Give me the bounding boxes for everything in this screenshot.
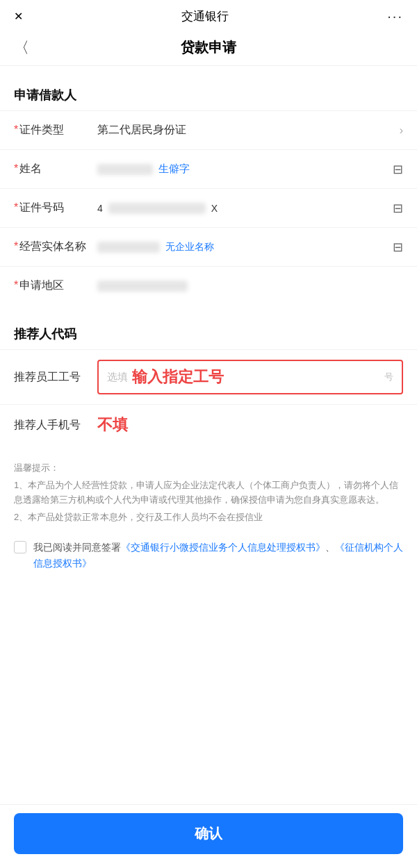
name-label: 姓名 — [14, 162, 97, 176]
rare-char-link[interactable]: 生僻字 — [158, 162, 190, 176]
id-number-label: 证件号码 — [14, 201, 97, 215]
tips-title: 温馨提示： — [14, 462, 403, 474]
tips-line-2: 2、本产品处贷款正常本息外，交行及工作人员均不会在授信业 — [14, 510, 403, 525]
employee-id-suffix: 号 — [384, 371, 393, 383]
status-bar: ✕ 交通银行 ··· — [0, 0, 417, 30]
referral-header: 推荐人代码 — [0, 313, 417, 349]
agreement-link1[interactable]: 《交通银行小微授信业务个人信息处理授权书》 — [121, 542, 325, 553]
agreement-checkbox[interactable] — [14, 541, 26, 553]
region-row[interactable]: 申请地区 ████████████████ — [0, 266, 417, 305]
tips-line-1: 1、本产品为个人经营性贷款，申请人应为企业法定代表人（个体工商户负责人），请勿将… — [14, 478, 403, 508]
id-number-blurred: ████████████████ — [108, 203, 206, 214]
biz-name-row[interactable]: 经营实体名称 ███████████ 无企业名称 ⊟ — [0, 227, 417, 266]
close-icon[interactable]: ✕ — [14, 10, 23, 23]
region-label: 申请地区 — [14, 278, 97, 293]
biz-name-blurred: ███████████ — [97, 242, 160, 253]
agreement-prefix: 我已阅读并同意签署 — [33, 542, 121, 553]
id-type-row[interactable]: 证件类型 第二代居民身份证 › — [0, 110, 417, 149]
id-number-row[interactable]: 证件号码 4 ████████████████ X ⊟ — [0, 188, 417, 227]
employee-id-row: 推荐员工工号 选填 输入指定工号 号 — [0, 349, 417, 404]
employee-id-label: 推荐员工工号 — [14, 370, 97, 385]
agreement-text: 我已阅读并同意签署《交通银行小微授信业务个人信息处理授权书》、《征信机构个人信息… — [33, 540, 403, 571]
employee-id-field[interactable]: 选填 输入指定工号 号 — [97, 360, 403, 394]
back-button[interactable]: 〈 — [14, 37, 29, 58]
scan-biz-icon[interactable]: ⊟ — [393, 240, 403, 255]
confirm-button-area: 确认 — [0, 804, 417, 868]
region-value: ████████████████ — [97, 281, 403, 292]
phone-label: 推荐人手机号 — [14, 418, 97, 433]
region-blurred: ████████████████ — [97, 281, 188, 292]
applicant-section: 申请借款人 证件类型 第二代居民身份证 › 姓名 ████████ 生僻字 ⊟ … — [0, 74, 417, 305]
agreement-row: 我已阅读并同意签署《交通银行小微授信业务个人信息处理授权书》、《征信机构个人信息… — [0, 533, 417, 582]
chevron-icon: › — [400, 124, 403, 137]
more-icon[interactable]: ··· — [387, 8, 403, 24]
tips-section: 温馨提示： 1、本产品为个人经营性贷款，申请人应为企业法定代表人（个体工商户负责… — [0, 451, 417, 533]
referral-section: 推荐人代码 推荐员工工号 选填 输入指定工号 号 推荐人手机号 不填 — [0, 313, 417, 445]
name-value: ████████ 生僻字 ⊟ — [97, 162, 403, 177]
biz-name-label: 经营实体名称 — [14, 240, 97, 254]
id-type-value: 第二代居民身份证 › — [97, 123, 403, 137]
phone-value: 不填 — [97, 415, 128, 435]
app-title: 交通银行 — [181, 8, 229, 24]
biz-name-value: ███████████ 无企业名称 ⊟ — [97, 240, 403, 255]
name-blurred: ████████ — [97, 164, 153, 175]
applicant-section-header: 申请借款人 — [0, 74, 417, 110]
employee-id-placeholder-gray: 选填 — [107, 371, 128, 384]
scan-id-icon[interactable]: ⊟ — [393, 201, 403, 216]
scan-icon[interactable]: ⊟ — [393, 162, 403, 177]
confirm-button[interactable]: 确认 — [14, 813, 403, 854]
id-type-label: 证件类型 — [14, 123, 97, 137]
nav-bar: 〈 贷款申请 — [0, 30, 417, 66]
phone-row: 推荐人手机号 不填 — [0, 404, 417, 445]
agreement-separator: 、 — [325, 542, 335, 553]
page-title: 贷款申请 — [181, 38, 236, 57]
name-row[interactable]: 姓名 ████████ 生僻字 ⊟ — [0, 149, 417, 188]
id-number-value: 4 ████████████████ X ⊟ — [97, 201, 403, 216]
employee-id-hint-red: 输入指定工号 — [132, 367, 224, 387]
